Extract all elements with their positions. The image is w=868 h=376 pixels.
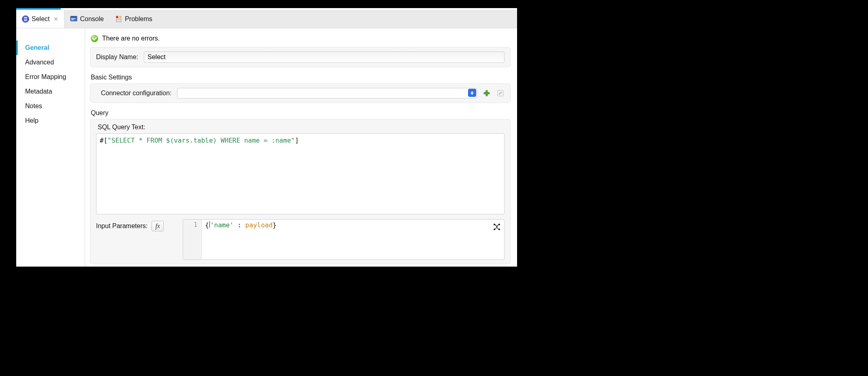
svg-rect-2	[71, 18, 75, 19]
svg-point-5	[119, 16, 122, 18]
display-name-label: Display Name:	[96, 53, 138, 61]
query-panel: SQL Query Text: #["SELECT * FROM $(vars.…	[90, 119, 511, 264]
basic-settings-panel: Connector configuration:	[90, 83, 511, 103]
input-parameters-label: Input Parameters:	[96, 222, 148, 230]
sidebar: General Advanced Error Mapping Metadata …	[16, 28, 85, 267]
connector-config-combo[interactable]	[177, 88, 477, 98]
sidebar-item-label: General	[25, 44, 49, 51]
code-content[interactable]: {'name' : payload}	[202, 220, 504, 259]
add-button[interactable]	[483, 89, 491, 97]
basic-settings-title: Basic Settings	[90, 71, 511, 83]
ok-check-icon	[91, 35, 98, 42]
tab-console[interactable]: Console	[64, 10, 109, 28]
tab-problems[interactable]: Problems	[109, 10, 158, 28]
status-row: There are no errors.	[90, 33, 511, 47]
tab-label: Problems	[125, 15, 152, 23]
tab-label: Console	[80, 15, 104, 23]
display-name-input[interactable]	[144, 51, 505, 63]
sidebar-item-metadata[interactable]: Metadata	[16, 84, 85, 99]
edit-button[interactable]	[496, 89, 505, 97]
sidebar-item-error-mapping[interactable]: Error Mapping	[16, 70, 85, 84]
app-window: Select ✕ Console Problems General Advanc…	[16, 8, 517, 267]
line-gutter: 1	[183, 220, 202, 259]
tab-label: Select	[32, 15, 49, 23]
body-area: General Advanced Error Mapping Metadata …	[16, 28, 517, 267]
text-caret	[210, 221, 210, 228]
svg-rect-3	[71, 19, 74, 20]
problems-icon	[115, 15, 122, 23]
svg-point-4	[116, 16, 118, 18]
display-name-panel: Display Name:	[90, 47, 511, 67]
svg-rect-6	[116, 19, 121, 22]
tab-select[interactable]: Select ✕	[16, 10, 64, 28]
sidebar-item-label: Advanced	[25, 59, 54, 66]
sidebar-item-label: Metadata	[25, 88, 52, 95]
sql-query-text[interactable]: #["SELECT * FROM $(vars.table) WHERE nam…	[96, 133, 505, 214]
query-title: Query	[90, 107, 511, 119]
sidebar-item-label: Help	[25, 117, 38, 124]
sidebar-item-advanced[interactable]: Advanced	[16, 55, 85, 70]
chevron-updown-icon[interactable]	[468, 89, 476, 97]
sidebar-item-label: Notes	[25, 103, 42, 109]
sidebar-item-notes[interactable]: Notes	[16, 99, 85, 113]
fx-button[interactable]: fx	[152, 221, 164, 231]
console-icon	[70, 15, 77, 23]
svg-rect-8	[484, 92, 490, 94]
sql-query-label: SQL Query Text:	[96, 124, 505, 131]
svg-rect-1	[71, 16, 77, 17]
close-icon[interactable]: ✕	[53, 16, 58, 22]
connector-config-label: Connector configuration:	[101, 90, 171, 97]
main-panel: There are no errors. Display Name: Basic…	[85, 28, 517, 267]
graph-icon[interactable]	[493, 223, 501, 231]
input-parameters-editor[interactable]: 1 {'name' : payload}	[183, 219, 505, 260]
sidebar-item-general[interactable]: General	[16, 41, 85, 55]
sidebar-item-label: Error Mapping	[25, 73, 66, 80]
sidebar-item-help[interactable]: Help	[16, 113, 85, 128]
database-icon	[22, 15, 29, 23]
status-text: There are no errors.	[102, 35, 160, 42]
tab-bar: Select ✕ Console Problems	[16, 10, 517, 28]
